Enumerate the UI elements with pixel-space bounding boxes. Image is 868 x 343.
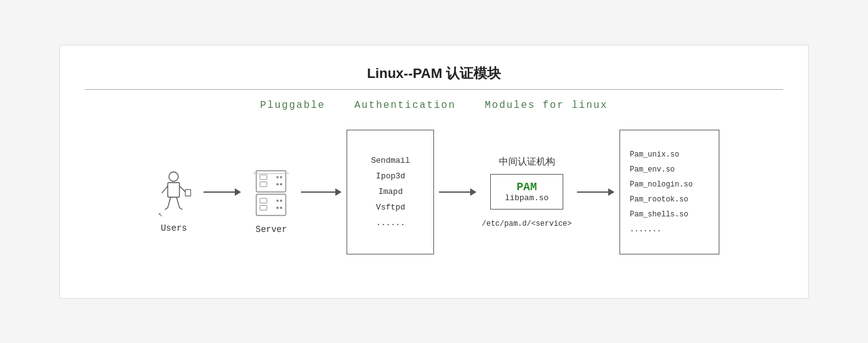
svg-point-21 [280, 200, 283, 202]
svg-rect-12 [260, 182, 267, 187]
svg-line-8 [180, 208, 183, 210]
subtitle: Pluggable Authentication Modules for lin… [85, 100, 783, 111]
subtitle-word3: Modules for linux [485, 100, 608, 111]
service-item-3: Imapd [378, 187, 403, 196]
pam-inner-box: PAM libpam.so [490, 174, 563, 210]
arrow-line4 [577, 191, 608, 193]
module-item-4: Pam_rootok.so [630, 195, 689, 204]
svg-point-22 [277, 206, 279, 209]
svg-rect-1 [168, 182, 180, 197]
svg-line-2 [162, 186, 168, 193]
server-actor: Server [246, 168, 296, 234]
module-item-dots: ....... [630, 225, 661, 234]
subtitle-word2: Authentication [354, 100, 455, 111]
svg-line-6 [177, 197, 180, 208]
service-item-2: Ipop3d [376, 172, 405, 181]
module-item-3: Pam_nologin.so [630, 180, 693, 189]
user-icon: ↖ [155, 170, 192, 220]
arrow-middle-modules [577, 188, 614, 196]
arrow-line [204, 191, 235, 193]
svg-text:↖: ↖ [159, 211, 163, 218]
svg-rect-17 [257, 195, 286, 216]
svg-point-14 [280, 176, 283, 178]
svg-point-23 [280, 206, 283, 209]
svg-rect-11 [260, 175, 267, 180]
users-actor: ↖ Users [149, 170, 199, 233]
svg-point-20 [277, 200, 279, 202]
module-item-5: Pam_shells.so [630, 210, 689, 219]
subtitle-word1: Pluggable [260, 100, 325, 111]
svg-rect-18 [260, 198, 267, 203]
arrow-head [235, 188, 241, 196]
libpam-label: libpam.so [505, 193, 548, 203]
arrow-head3 [470, 188, 476, 196]
svg-line-3 [180, 186, 185, 191]
server-icon [249, 168, 293, 221]
middle-top-label: 中间认证机构 [499, 156, 555, 168]
service-item-dots: ...... [376, 218, 405, 228]
svg-point-13 [277, 176, 279, 178]
modules-box: Pam_unix.so Pam_env.so Pam_nologin.so Pa… [619, 130, 719, 254]
arrow-user-server [204, 188, 241, 196]
arrow-head2 [335, 188, 342, 196]
services-box: Sendmail Ipop3d Imapd Vsftpd ...... [347, 130, 434, 254]
divider [85, 89, 783, 90]
arrow-server-services [301, 188, 342, 196]
svg-line-24 [254, 171, 257, 174]
service-item-4: Vsftpd [376, 203, 405, 212]
svg-rect-4 [185, 190, 190, 196]
svg-point-0 [169, 172, 179, 181]
arrow-line2 [301, 191, 335, 193]
server-label: Server [255, 225, 287, 234]
svg-rect-19 [260, 205, 267, 210]
path-label: /etc/pam.d/<service> [481, 220, 571, 228]
svg-line-5 [168, 197, 171, 208]
service-item-1: Sendmail [371, 156, 410, 165]
pam-label: PAM [505, 181, 548, 193]
arrow-services-middle [439, 188, 476, 196]
svg-point-16 [280, 183, 283, 186]
svg-line-25 [286, 171, 289, 174]
module-item-2: Pam_env.so [630, 165, 675, 174]
svg-point-15 [277, 183, 279, 186]
flow-row: ↖ Users [85, 130, 783, 273]
users-label: Users [160, 223, 187, 233]
page-title: Linux--PAM 认证模块 [85, 64, 783, 83]
diagram-container: Linux--PAM 认证模块 Pluggable Authentication… [59, 45, 809, 299]
arrow-head4 [608, 188, 614, 196]
middle-section: 中间认证机构 PAM libpam.so /etc/pam.d/<service… [481, 156, 571, 228]
module-item-1: Pam_unix.so [630, 150, 679, 159]
arrow-line3 [439, 191, 470, 193]
svg-line-7 [165, 208, 168, 210]
